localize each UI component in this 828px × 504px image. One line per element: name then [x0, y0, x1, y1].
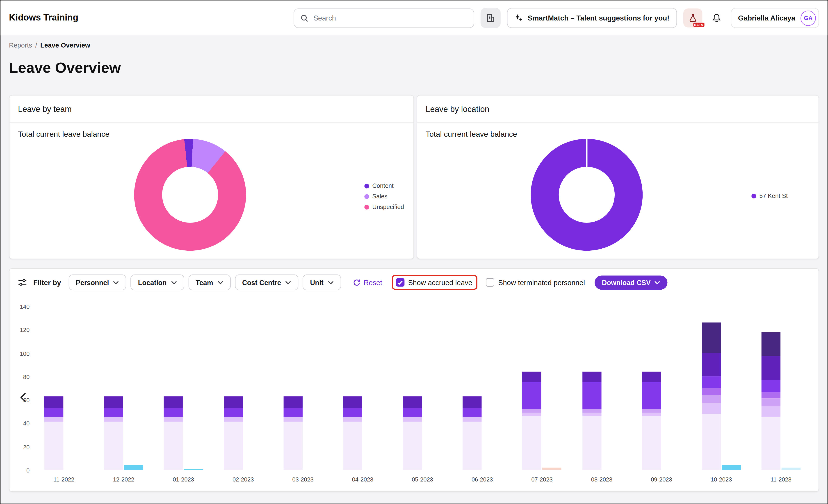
leave-by-team-donut-chart — [134, 139, 246, 250]
organisation-button[interactable] — [481, 8, 501, 28]
y-axis-tick: 80 — [9, 374, 30, 380]
legend-item: Sales — [364, 193, 404, 199]
stacked-bar-04-2023 — [343, 396, 362, 470]
bar-segment-stack-level-2 — [523, 413, 541, 416]
search-input[interactable]: Search — [294, 8, 474, 28]
building-icon — [486, 13, 495, 23]
leave-by-team-card: Leave by team Total current leave balanc… — [9, 95, 414, 259]
show-terminated-personnel-checkbox[interactable] — [486, 278, 495, 287]
chevron-down-icon — [654, 281, 660, 284]
bar-segment-stack-level-6 — [44, 396, 63, 408]
donut-hole — [162, 167, 218, 223]
top-bar: Kidows Training Search SmartMatch – Tale… — [0, 0, 827, 35]
y-axis-tick: 140 — [9, 304, 30, 310]
bar-segment-stack-level-2 — [224, 417, 243, 422]
leave-by-location-donut-chart — [531, 139, 643, 250]
filter-bar: Filter by Personnel Location Team Cost C… — [9, 269, 819, 290]
beta-labs-button[interactable]: BETA — [683, 8, 702, 28]
summary-cards-row: Leave by team Total current leave balanc… — [9, 95, 819, 259]
bar-segment-stack-level-6 — [283, 396, 302, 408]
bar-segment-stack-level-5 — [104, 408, 123, 417]
bar-segment-stack-level-2 — [761, 407, 781, 417]
x-axis-label: 07-2023 — [521, 476, 563, 483]
stacked-bar-01-2023 — [164, 396, 183, 470]
bar-segment-stack-level-6 — [343, 396, 362, 408]
download-csv-label: Download CSV — [602, 278, 651, 286]
card-title: Leave by location — [417, 95, 819, 123]
filter-icon — [18, 279, 27, 286]
app-title: Kidows Training — [9, 13, 78, 23]
bar-segment-stack-level-1 — [582, 416, 601, 470]
x-axis-label: 06-2023 — [461, 476, 504, 483]
dropdown-label: Unit — [310, 278, 323, 286]
bar-segment-stack-level-2 — [44, 417, 63, 422]
bar-segment-stack-level-3 — [523, 409, 541, 413]
reset-filters-button[interactable]: Reset — [353, 278, 382, 286]
search-placeholder: Search — [314, 14, 336, 22]
bar-segment-stack-level-6 — [104, 396, 123, 408]
leave-by-location-card: Leave by location Total current leave ba… — [417, 95, 819, 259]
filter-personnel-dropdown[interactable]: Personnel — [69, 275, 126, 290]
card-title: Leave by team — [9, 95, 413, 123]
donut-hole — [559, 167, 615, 223]
y-axis-tick: 120 — [9, 327, 30, 333]
leave-balance-bar-chart: 02040608010012014011-202212-202201-20230… — [9, 290, 819, 491]
bar-segment-stack-level-1 — [642, 416, 661, 470]
y-axis-tick: 40 — [9, 420, 30, 427]
legend-item: Unspecified — [364, 204, 404, 210]
legend-dot — [751, 193, 756, 198]
x-axis-label: 11-2023 — [760, 476, 802, 483]
stacked-bar-09-2023 — [642, 372, 661, 470]
filter-cost-centre-dropdown[interactable]: Cost Centre — [235, 275, 298, 290]
bar-segment-stack-level-3 — [702, 395, 721, 403]
secondary-cyan-bar-10-2023 — [722, 465, 741, 470]
leave-by-team-legend: Content Sales Unspecified — [364, 183, 404, 210]
bar-segment-stack-level-5 — [224, 408, 243, 417]
bar-segment-stack-level-6 — [403, 396, 422, 408]
notifications-button[interactable] — [709, 8, 724, 28]
legend-dot — [364, 183, 369, 188]
bar-segment-stack-level-5 — [642, 382, 661, 409]
x-axis-label: 01-2023 — [162, 476, 205, 483]
show-accrued-leave-checkbox[interactable] — [396, 278, 405, 287]
y-axis-tick: 100 — [9, 350, 30, 357]
bar-segment-stack-level-2 — [463, 417, 482, 422]
card-body: Total current leave balance Content Sale… — [9, 123, 413, 259]
bar-segment-stack-level-1 — [283, 422, 302, 470]
bar-segment-stack-level-1 — [164, 422, 183, 470]
x-axis-label: 11-2022 — [43, 476, 85, 483]
smartmatch-button[interactable]: SmartMatch – Talent suggestions for you! — [507, 8, 677, 28]
bar-segment-stack-level-5 — [582, 382, 601, 409]
bar-segment-stack-level-1 — [44, 422, 63, 470]
dropdown-label: Cost Centre — [242, 278, 281, 286]
profile-button[interactable]: Gabriella Alicaya GA — [731, 8, 819, 28]
bar-segment-stack-level-2 — [582, 413, 601, 416]
x-axis-label: 05-2023 — [401, 476, 444, 483]
breadcrumb-separator: / — [35, 42, 37, 49]
chevron-down-icon — [171, 281, 177, 284]
bar-segment-stack-level-2 — [642, 413, 661, 416]
y-axis-tick: 20 — [9, 444, 30, 450]
stacked-bar-08-2023 — [582, 372, 601, 470]
bar-segment-stack-level-1 — [104, 422, 123, 470]
filter-location-dropdown[interactable]: Location — [131, 275, 184, 290]
chevron-down-icon — [285, 281, 291, 284]
legend-dot — [364, 194, 369, 199]
x-axis-label: 03-2023 — [282, 476, 324, 483]
breadcrumb-reports-link[interactable]: Reports — [9, 42, 32, 49]
filter-team-dropdown[interactable]: Team — [189, 275, 231, 290]
page-title: Leave Overview — [9, 60, 819, 77]
bar-segment-stack-level-1 — [224, 422, 243, 470]
card-subtitle: Total current leave balance — [18, 130, 110, 138]
chevron-down-icon — [217, 281, 223, 284]
bar-segment-stack-level-2 — [104, 417, 123, 422]
download-csv-button[interactable]: Download CSV — [594, 275, 667, 289]
bar-segment-stack-level-5 — [44, 408, 63, 417]
filter-unit-dropdown[interactable]: Unit — [303, 275, 341, 290]
sparkles-icon — [514, 14, 523, 22]
smartmatch-label: SmartMatch – Talent suggestions for you! — [528, 14, 669, 22]
bar-segment-stack-level-4 — [702, 388, 721, 395]
y-axis-tick: 0 — [9, 467, 30, 473]
card-body: Total current leave balance 57 Kent St — [417, 123, 819, 259]
x-axis-label: 12-2022 — [102, 476, 145, 483]
